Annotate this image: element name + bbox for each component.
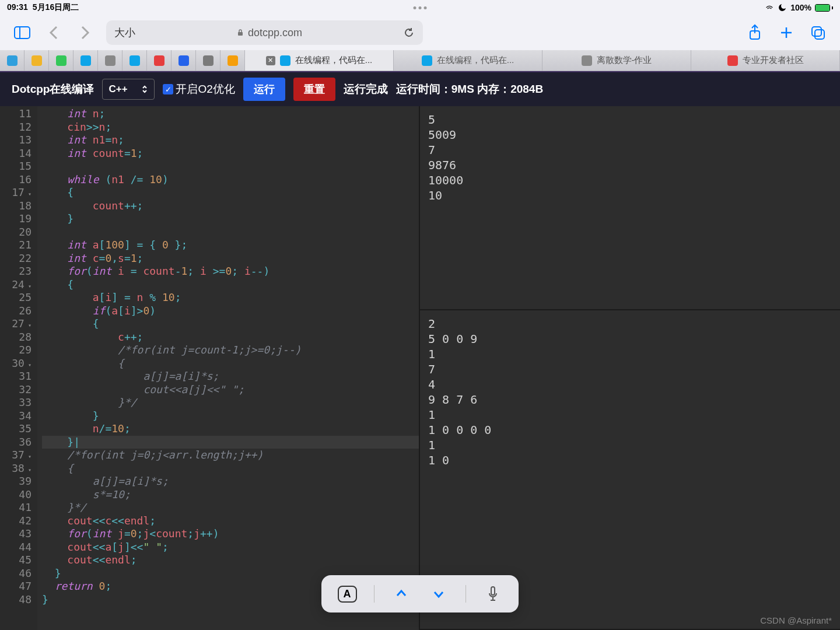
battery-icon [815,4,833,12]
tab-favicon [280,55,290,66]
reset-button[interactable]: 重置 [293,78,335,101]
watermark: CSDN @Aspirant* [760,615,832,625]
svg-rect-7 [812,27,821,36]
o2-checkbox[interactable]: ✓ 开启O2优化 [163,82,235,97]
mini-tab-5[interactable] [123,50,147,71]
nav-back-button[interactable] [43,22,64,43]
mini-tab-3[interactable] [74,50,98,71]
status-time: 09:31 [7,2,28,13]
svg-rect-9 [491,587,495,595]
ipad-status-bar: 09:31 5月16日周二 100% [0,0,840,15]
language-select[interactable]: C++ [102,79,155,100]
dnd-moon-icon [778,3,787,12]
tab-label: 专业开发者社区 [743,55,804,66]
browser-tab-3[interactable]: 专业开发者社区 [691,50,840,71]
dictation-button[interactable] [482,583,503,604]
text-format-button[interactable]: A [337,583,358,604]
status-complete: 运行完成 [344,82,388,97]
nav-forward-button[interactable] [75,22,96,43]
dotcpp-header: Dotcpp在线编译 C++ ✓ 开启O2优化 运行 重置 运行完成 运行时间：… [0,71,840,106]
mini-tab-7[interactable] [172,50,196,71]
code-content[interactable]: int n; cin>>n; int n1=n; int count=1; wh… [37,106,419,630]
tab-label: 离散数学-作业 [597,55,652,66]
svg-rect-2 [238,32,243,36]
text-size-label[interactable]: 大小 [114,26,135,40]
browser-tabs-row: ✕在线编程，代码在...在线编程，代码在...离散数学-作业专业开发者社区 [0,50,840,71]
reload-icon[interactable] [403,27,415,38]
sidebar-toggle-button[interactable] [12,22,33,43]
mini-tab-1[interactable] [24,50,49,71]
prev-button[interactable] [391,583,412,604]
share-button[interactable] [744,22,765,43]
wifi-icon [765,3,774,12]
browser-tab-1[interactable]: 在线编程，代码在... [394,50,542,71]
url-host: dotcpp.com [248,27,302,39]
tab-favicon [582,55,592,66]
next-button[interactable] [428,583,449,604]
browser-tab-2[interactable]: 离散数学-作业 [542,50,691,71]
mini-tab-2[interactable] [49,50,74,71]
browser-tab-0[interactable]: ✕在线编程，代码在... [245,50,394,71]
input-panel[interactable]: 5 5009 7 9876 10000 10 [420,106,840,310]
tab-label: 在线编程，代码在... [295,55,373,66]
close-tab-icon[interactable]: ✕ [266,56,275,65]
mini-tab-0[interactable] [0,50,24,71]
status-runtime: 运行时间：9MS 内存：2084B [396,82,543,97]
run-button[interactable]: 运行 [243,78,285,101]
mini-tab-4[interactable] [98,50,123,71]
lock-icon [236,29,244,37]
mini-tab-6[interactable] [147,50,172,71]
tabs-overview-button[interactable] [807,22,828,43]
status-date: 5月16日周二 [33,2,79,13]
new-tab-button[interactable] [776,22,797,43]
svg-rect-0 [15,27,30,38]
address-bar[interactable]: 大小 dotcpp.com [106,20,423,45]
page-title: Dotcpp在线编译 [12,82,94,97]
battery-pct: 100% [790,3,811,12]
mini-tab-8[interactable] [196,50,220,71]
safari-toolbar: 大小 dotcpp.com [0,15,840,50]
multitask-dots[interactable] [414,6,427,9]
keyboard-toolbar: A [321,575,519,612]
svg-rect-8 [815,30,824,39]
mini-tab-9[interactable] [220,50,245,71]
tab-favicon [727,55,738,66]
tab-favicon [422,55,432,66]
editor-area: 1112131415161718192021222324252627282930… [0,106,840,630]
tab-label: 在线编程，代码在... [437,55,514,66]
line-gutter: 1112131415161718192021222324252627282930… [0,106,37,630]
chevron-updown-icon [141,85,148,94]
code-editor[interactable]: 1112131415161718192021222324252627282930… [0,106,419,630]
